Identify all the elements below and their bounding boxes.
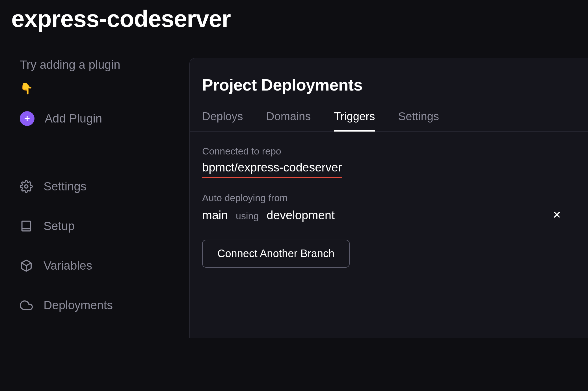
tab-domains[interactable]: Domains — [266, 110, 311, 131]
repo-link[interactable]: bpmct/express-codeserver — [202, 161, 342, 178]
sidebar-item-deployments[interactable]: Deployments — [20, 298, 189, 312]
add-plugin-label: Add Plugin — [45, 112, 102, 125]
plus-icon — [20, 111, 34, 126]
gear-icon — [20, 180, 33, 193]
sidebar-item-variables[interactable]: Variables — [20, 259, 189, 272]
sidebar-hint: Try adding a plugin — [20, 58, 189, 72]
sidebar-item-setup[interactable]: Setup — [20, 219, 189, 233]
tab-settings[interactable]: Settings — [398, 110, 439, 131]
connector-text: using — [236, 210, 259, 222]
book-icon — [20, 220, 33, 233]
cloud-icon — [20, 299, 33, 312]
sidebar-item-label: Variables — [44, 259, 92, 272]
auto-deploy-label: Auto deploying from — [202, 192, 576, 203]
sidebar-item-settings[interactable]: Settings — [20, 180, 189, 193]
environment-name: development — [267, 209, 335, 222]
panel-tabs: Deploys Domains Triggers Settings — [190, 110, 588, 132]
remove-trigger-button[interactable] — [550, 207, 564, 223]
pointing-down-emoji-icon: 👇 — [20, 82, 189, 95]
panel-content: Connected to repo bpmct/express-codeserv… — [190, 132, 588, 282]
svg-point-2 — [25, 185, 28, 188]
cube-icon — [20, 259, 33, 272]
sidebar-nav: Settings Setup Variables D — [20, 180, 189, 312]
branch-name: main — [202, 209, 228, 222]
sidebar: Try adding a plugin 👇 Add Plugin Setting… — [0, 58, 189, 338]
auto-deploy-section: Auto deploying from main using developme… — [202, 192, 576, 223]
tab-deploys[interactable]: Deploys — [202, 110, 243, 131]
sidebar-item-label: Setup — [44, 219, 75, 233]
sidebar-item-label: Settings — [44, 180, 87, 193]
auto-deploy-config: main using development — [202, 209, 335, 222]
svg-rect-3 — [22, 221, 31, 231]
connect-another-branch-button[interactable]: Connect Another Branch — [202, 240, 350, 268]
repo-label: Connected to repo — [202, 146, 576, 157]
close-icon — [552, 215, 561, 220]
project-title: express-codeserver — [0, 0, 588, 33]
panel-title: Project Deployments — [190, 75, 588, 94]
deployments-panel: Project Deployments Deploys Domains Trig… — [189, 58, 588, 338]
sidebar-item-label: Deployments — [44, 298, 113, 312]
add-plugin-button[interactable]: Add Plugin — [20, 111, 189, 126]
tab-triggers[interactable]: Triggers — [334, 110, 375, 131]
